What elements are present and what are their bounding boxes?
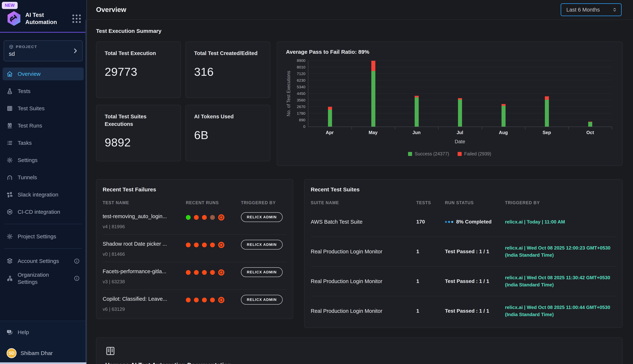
bar-slot-aug bbox=[482, 60, 525, 126]
run-status-dot-failed[interactable] bbox=[210, 298, 215, 302]
run-status-dot-failed[interactable] bbox=[186, 298, 191, 302]
run-status-dot-failed[interactable] bbox=[210, 242, 215, 247]
recent-runs bbox=[186, 242, 241, 248]
run-status-dot-failed[interactable] bbox=[186, 242, 191, 247]
documentation-title: Harness AI Test Automation Documentation bbox=[105, 362, 613, 364]
test-name-cell: Facets-performance-gitla...v3 | 63238 bbox=[103, 268, 186, 284]
date-range-select[interactable]: Last 6 Months bbox=[561, 3, 621, 16]
suite-name[interactable]: Real Production Login Monitor bbox=[311, 308, 416, 314]
y-tick-label: 4450 bbox=[297, 91, 305, 96]
sidebar-item-test-runs[interactable]: Test Runs bbox=[3, 119, 84, 132]
suite-triggered-by-link[interactable]: relicx.ai | Wed Oct 08 2025 11:30:42 GMT… bbox=[505, 274, 616, 288]
failure-row: Copilot: Classified: Leave...v6 | 63129R… bbox=[103, 290, 286, 317]
y-tick-label: 7120 bbox=[297, 72, 305, 76]
sidebar-item-account-settings[interactable]: Account Settings bbox=[3, 255, 84, 268]
test-name-link[interactable]: Copilot: Classified: Leave... bbox=[103, 296, 186, 302]
x-axis-label: Date bbox=[308, 139, 612, 144]
sidebar-item-label: Tests bbox=[18, 88, 31, 94]
run-status-dot-failed[interactable] bbox=[194, 270, 199, 275]
run-status-dot-aborted[interactable] bbox=[210, 215, 215, 220]
run-status-dot-failed-target[interactable] bbox=[218, 214, 224, 220]
bar-slot-apr bbox=[308, 60, 352, 126]
stacked-bar-jul[interactable] bbox=[458, 98, 462, 126]
triggered-by-badge[interactable]: RELICX ADMIN bbox=[241, 295, 283, 304]
suite-triggered-by-link[interactable]: relicx.ai | Today | 11:00 AM bbox=[505, 218, 616, 226]
info-icon[interactable] bbox=[74, 258, 80, 264]
sidebar-item-ci-cd-integration[interactable]: CI-CD integration bbox=[3, 206, 84, 218]
org-icon bbox=[7, 275, 13, 282]
stat-card-value: 6B bbox=[194, 128, 262, 142]
run-status-dot-failed[interactable] bbox=[186, 270, 191, 275]
recent-test-failures-card: Recent Test Failures TEST NAMERECENT RUN… bbox=[96, 179, 293, 319]
sidebar-item-organization-settings[interactable]: Organization Settings bbox=[3, 272, 84, 285]
suite-status-label: Test Passed : 1 / 1 bbox=[445, 248, 489, 254]
sidebar-item-overview[interactable]: Overview bbox=[3, 68, 84, 80]
sidebar-item-label: Test Suites bbox=[18, 105, 45, 112]
project-selector[interactable]: PROJECT sd bbox=[4, 40, 83, 61]
test-name-link[interactable]: test-removing_auto_login... bbox=[103, 213, 186, 220]
sidebar-item-tasks[interactable]: Tasks bbox=[3, 136, 84, 149]
triggered-by-badge[interactable]: RELICX ADMIN bbox=[241, 267, 283, 277]
run-status-dot-failed[interactable] bbox=[194, 215, 199, 220]
app-switcher-icon[interactable] bbox=[72, 14, 81, 23]
suite-triggered-by-link[interactable]: relicx.ai | Wed Oct 08 2025 11:00:44 GMT… bbox=[505, 304, 616, 318]
sidebar-item-settings[interactable]: Settings bbox=[3, 154, 84, 166]
run-status-dot-success[interactable] bbox=[186, 215, 191, 220]
x-tick-label: Jun bbox=[395, 130, 438, 135]
sidebar-item-label: Tunnels bbox=[18, 174, 37, 180]
run-status-dot-failed[interactable] bbox=[202, 242, 207, 247]
legend-label: Failed (2939) bbox=[464, 151, 491, 156]
test-name-link[interactable]: Facets-performance-gitla... bbox=[103, 268, 186, 274]
run-status-dot-failed[interactable] bbox=[202, 215, 207, 220]
sidebar-item-tunnels[interactable]: Tunnels bbox=[3, 171, 84, 184]
run-status-dot-failed[interactable] bbox=[202, 270, 207, 275]
run-status-dot-failed-target[interactable] bbox=[218, 297, 224, 303]
x-tick-label: Sep bbox=[525, 130, 568, 135]
chart-plot-area: 0890178026703560445053406230712080108900 bbox=[308, 60, 612, 127]
info-icon[interactable] bbox=[74, 276, 80, 281]
gear-icon bbox=[7, 157, 13, 163]
tasks-icon bbox=[7, 140, 13, 146]
sidebar-item-tests[interactable]: Tests bbox=[3, 85, 84, 98]
suite-name[interactable]: Real Production Login Monitor bbox=[311, 278, 416, 284]
triggered-by-cell: RELICX ADMIN bbox=[241, 268, 286, 277]
sidebar-item-slack-integration[interactable]: Slack integration bbox=[3, 188, 84, 201]
suite-name[interactable]: AWS Batch Test Suite bbox=[311, 219, 416, 225]
triggered-by-badge[interactable]: RELICX ADMIN bbox=[241, 240, 283, 250]
stacked-bar-aug[interactable] bbox=[501, 104, 506, 126]
sidebar-item-project-settings[interactable]: Project Settings bbox=[3, 230, 84, 243]
recent-runs bbox=[186, 269, 241, 276]
run-status-dot-failed-target[interactable] bbox=[218, 242, 224, 248]
stacked-bar-sep[interactable] bbox=[545, 96, 549, 126]
app-root: NEW AI Test Automati bbox=[0, 0, 633, 364]
suite-name[interactable]: Real Production Login Monitor bbox=[311, 248, 416, 255]
stacked-bar-jun[interactable] bbox=[415, 96, 419, 126]
x-axis-tick-labels: AprMayJunJulAugSepOct bbox=[308, 130, 612, 135]
suite-tests-count: 1 bbox=[416, 248, 445, 254]
triggered-by-badge[interactable]: RELICX ADMIN bbox=[241, 212, 283, 222]
chevron-right-icon bbox=[72, 48, 79, 54]
run-status-dot-failed[interactable] bbox=[202, 298, 207, 302]
run-status-dot-failed-target[interactable] bbox=[218, 269, 224, 276]
suite-triggered-by-link[interactable]: relicx.ai | Wed Oct 08 2025 12:00:23 GMT… bbox=[505, 244, 616, 259]
column-header: TESTS bbox=[416, 200, 445, 205]
stacked-bar-apr[interactable] bbox=[328, 107, 332, 126]
sidebar-item-help[interactable]: ? Help bbox=[3, 326, 84, 339]
stat-card-ai-tokens-used: AI Tokens Used6B bbox=[185, 105, 270, 161]
success-segment bbox=[545, 100, 549, 126]
nav-divider bbox=[5, 224, 82, 224]
suite-tests-count: 1 bbox=[416, 308, 445, 314]
stacked-bar-may[interactable] bbox=[371, 61, 375, 126]
run-status-dot-failed[interactable] bbox=[210, 270, 215, 275]
stat-card-value: 29773 bbox=[105, 65, 172, 78]
stacked-bar-oct[interactable] bbox=[588, 122, 592, 126]
x-tick-label: May bbox=[351, 130, 395, 135]
sidebar-vertical-scrollbar[interactable] bbox=[85, 20, 86, 362]
sidebar-horizontal-scrollbar[interactable] bbox=[0, 362, 86, 364]
sidebar-item-test-suites[interactable]: Test Suites bbox=[3, 102, 84, 115]
user-menu[interactable]: SD Shibam Dhar bbox=[3, 343, 84, 360]
run-status-dot-failed[interactable] bbox=[194, 242, 199, 247]
test-name-link[interactable]: Shadow root Date picker ... bbox=[103, 241, 186, 247]
run-status-dot-failed[interactable] bbox=[194, 298, 199, 302]
x-tick-label: Jul bbox=[438, 130, 481, 135]
